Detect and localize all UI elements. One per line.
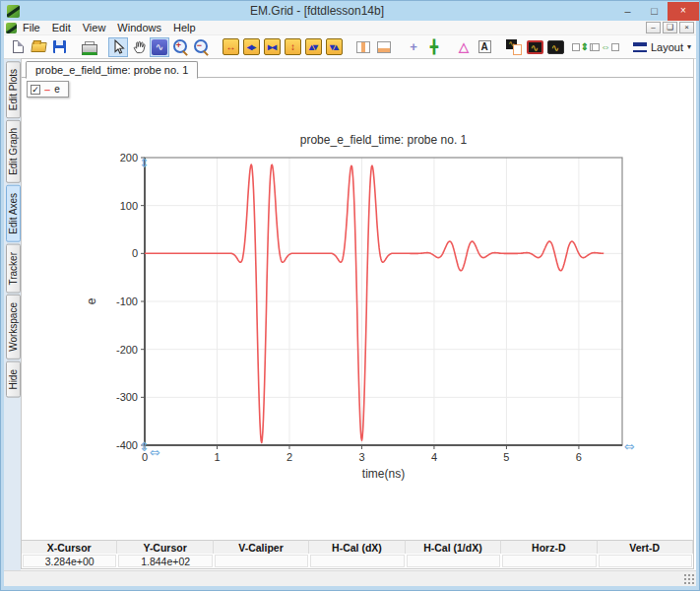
layout-menu-button[interactable]: Layout ▾ bbox=[628, 39, 696, 55]
status-header-x-cursor: X-Cursor bbox=[22, 540, 117, 554]
status-value-horz-d bbox=[502, 555, 596, 567]
menu-edit[interactable]: Edit bbox=[46, 22, 77, 33]
zoom-out-icon-glyph: − bbox=[193, 38, 210, 55]
distribute-horizontal-icon-glyph bbox=[611, 43, 619, 51]
x-axis-left-handle-icon[interactable]: ⇔ bbox=[150, 445, 160, 460]
y-tick-label: -300 bbox=[116, 391, 138, 403]
zoom-in-icon[interactable]: + bbox=[170, 37, 190, 57]
status-value-vert-d bbox=[599, 555, 692, 567]
legend-series-label: e bbox=[54, 84, 60, 95]
plot-panel: probe_e_field_time: probe no. 1 ✓ – e 01… bbox=[21, 58, 694, 569]
plot-style-active-icon-glyph: ∿ bbox=[527, 40, 543, 54]
status-value-row: 3.284e+001.844e+02 bbox=[22, 554, 693, 568]
plot-style-active-icon[interactable]: ∿ bbox=[525, 37, 544, 57]
status-header-h-cal-1-dx-: H-Cal (1/dX) bbox=[406, 540, 501, 554]
close-button[interactable]: × bbox=[668, 2, 699, 21]
distribute-horizontal-icon-glyph: ⇔ bbox=[592, 41, 619, 52]
y-axis-bottom-handle-icon[interactable]: ⇕ bbox=[139, 439, 150, 454]
zoom-in-icon-glyph: + bbox=[174, 40, 184, 50]
shrink-x-icon[interactable]: ◂▸ bbox=[241, 37, 261, 57]
compress-x-icon-glyph: ▸◂ bbox=[264, 38, 281, 55]
mdi-restore-button[interactable]: ❏ bbox=[663, 22, 677, 33]
window-title: EM.Grid - [fdtdlesson14b] bbox=[20, 4, 614, 18]
subplot-icon[interactable] bbox=[504, 37, 524, 57]
x-tick-label: 2 bbox=[286, 451, 292, 463]
status-value-x-cursor: 3.284e+00 bbox=[23, 555, 116, 567]
add-marker-icon-glyph: + bbox=[410, 38, 417, 56]
y-tick-label: 200 bbox=[120, 152, 138, 164]
save-icon-glyph bbox=[53, 40, 66, 53]
sidebar-tab-edit-graph[interactable]: Edit Graph bbox=[6, 120, 21, 183]
subplot-icon-glyph bbox=[506, 39, 522, 55]
y-tick-label: 100 bbox=[120, 200, 138, 212]
menu-view[interactable]: View bbox=[77, 22, 112, 33]
minimize-button[interactable]: – bbox=[614, 2, 641, 21]
layout-bars-icon bbox=[633, 42, 647, 52]
y-tick-label: -200 bbox=[116, 344, 138, 356]
text-annotation-icon[interactable]: A bbox=[475, 37, 494, 57]
open-file-icon[interactable] bbox=[29, 37, 48, 57]
menu-windows[interactable]: Windows bbox=[111, 22, 167, 33]
plot-svg[interactable]: 01234562001000-100-200-300-400probe_e_fi… bbox=[86, 128, 647, 507]
distribute-horizontal-icon-glyph: ⇔ bbox=[601, 41, 610, 52]
expand-x-icon[interactable]: ↔ bbox=[221, 37, 240, 57]
pan-hand-icon[interactable] bbox=[129, 37, 149, 57]
status-header-y-cursor: Y-Cursor bbox=[117, 540, 213, 554]
compress-y-icon[interactable]: ▾▴ bbox=[324, 37, 344, 57]
x-tick-label: 5 bbox=[503, 451, 509, 463]
axes-cursor-icon-glyph: ╋ bbox=[430, 38, 438, 56]
mdi-minimize-button[interactable]: – bbox=[646, 22, 661, 33]
legend-checkbox[interactable]: ✓ bbox=[31, 85, 40, 95]
menu-help[interactable]: Help bbox=[167, 22, 202, 33]
x-axis-label: time(ns) bbox=[362, 467, 405, 481]
zoom-region-icon-glyph: ∿ bbox=[152, 39, 167, 55]
zoom-region-icon[interactable]: ∿ bbox=[150, 37, 169, 57]
sidebar-tab-edit-plots[interactable]: Edit Plots bbox=[6, 61, 21, 118]
x-tick-label: 4 bbox=[431, 451, 437, 463]
sidebar-tab-workspace[interactable]: Workspace bbox=[6, 295, 21, 360]
select-cursor-icon[interactable] bbox=[108, 37, 128, 57]
zoom-out-icon[interactable]: − bbox=[191, 37, 211, 57]
new-file-icon[interactable] bbox=[8, 37, 28, 57]
shrink-x-icon-glyph: ◂▸ bbox=[243, 38, 260, 55]
legend-box[interactable]: ✓ – e bbox=[27, 81, 69, 98]
y-axis-top-handle-icon[interactable]: ⇕ bbox=[139, 156, 150, 170]
split-horizontal-icon[interactable] bbox=[374, 37, 394, 57]
split-vertical-icon[interactable] bbox=[353, 37, 373, 57]
expand-y-icon-glyph: ↕ bbox=[285, 38, 301, 55]
distribute-horizontal-icon-glyph bbox=[592, 43, 600, 51]
status-value-y-cursor: 1.844e+02 bbox=[118, 555, 212, 567]
maximize-button[interactable]: □ bbox=[641, 2, 668, 21]
delta-marker-icon-glyph: △ bbox=[459, 38, 469, 56]
distribute-vertical-icon-glyph: ⇕ bbox=[581, 41, 589, 52]
status-header-h-cal-dx-: H-Cal (dX) bbox=[309, 540, 405, 554]
print-icon[interactable] bbox=[79, 37, 98, 57]
status-header-row: X-CursorY-CursorV-CaliperH-Cal (dX)H-Cal… bbox=[22, 540, 693, 554]
y-tick-label: -400 bbox=[116, 439, 138, 451]
plot-style-icon[interactable]: ∿ bbox=[545, 37, 565, 57]
distribute-horizontal-icon[interactable]: ⇔ bbox=[596, 37, 615, 57]
resize-grip[interactable] bbox=[683, 573, 694, 584]
save-icon[interactable] bbox=[49, 37, 69, 57]
menu-file[interactable]: File bbox=[17, 22, 46, 33]
sidebar-tab-edit-axes[interactable]: Edit Axes bbox=[6, 185, 21, 242]
shrink-y-icon-glyph: ▴▾ bbox=[305, 38, 322, 55]
plot-canvas[interactable]: 01234562001000-100-200-300-400probe_e_fi… bbox=[86, 128, 647, 507]
toolbar: ∿+−↔◂▸▸◂↕▴▾▾▴+╋△A∿∿⇕⇔ Layout ▾ bbox=[4, 35, 696, 59]
add-marker-icon[interactable]: + bbox=[404, 37, 423, 57]
delta-marker-icon[interactable]: △ bbox=[454, 37, 474, 57]
mdi-close-button[interactable]: × bbox=[679, 22, 694, 33]
tab-probe-e-field-time[interactable]: probe_e_field_time: probe no. 1 bbox=[26, 61, 198, 79]
sidebar-tab-hide[interactable]: Hide bbox=[6, 361, 21, 398]
sidebar: Edit PlotsEdit GraphEdit AxesTrackerWork… bbox=[4, 59, 21, 570]
expand-y-icon[interactable]: ↕ bbox=[283, 37, 302, 57]
sidebar-tab-tracker[interactable]: Tracker bbox=[6, 244, 21, 294]
title-bar: EM.Grid - [fdtdlesson14b] – □ × bbox=[1, 1, 699, 21]
expand-x-icon-glyph: ↔ bbox=[223, 38, 239, 55]
shrink-y-icon[interactable]: ▴▾ bbox=[303, 37, 323, 57]
series-e-curve bbox=[145, 164, 604, 443]
compress-x-icon[interactable]: ▸◂ bbox=[262, 37, 282, 57]
axes-cursor-icon[interactable]: ╋ bbox=[424, 37, 444, 57]
document-icon bbox=[6, 23, 17, 33]
x-axis-right-handle-icon[interactable]: ⇔ bbox=[624, 439, 635, 454]
